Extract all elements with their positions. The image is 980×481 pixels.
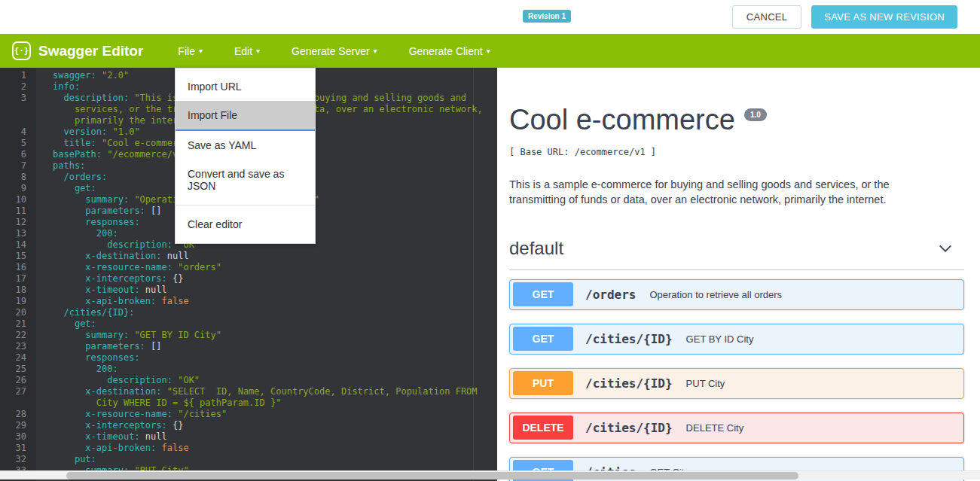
code-line[interactable]: put: (53, 454, 497, 465)
code-token (140, 285, 145, 295)
menu-file[interactable]: File▾ (178, 45, 203, 57)
code-line[interactable]: x-timeout: null (53, 431, 497, 443)
code-token: "/cities" (178, 409, 227, 419)
menu-divider (176, 205, 315, 205)
code-token: description: (107, 239, 172, 250)
print-margin-line (473, 68, 474, 481)
code-token: responses: (85, 217, 139, 227)
code-line[interactable]: x-timeout: null (53, 285, 497, 296)
code-token (53, 397, 96, 408)
file-menu-item-clear-editor[interactable]: Clear editor (176, 210, 315, 239)
code-line[interactable]: get: (53, 318, 497, 330)
code-line[interactable]: City WHERE ID = ${ pathParam.ID }" (53, 397, 497, 409)
topbar: Revision 1 CANCEL SAVE AS NEW REVISION (0, 0, 980, 34)
save-as-new-revision-button[interactable]: SAVE AS NEW REVISION (811, 5, 957, 29)
code-token: [] (145, 341, 162, 352)
op-path: /cities/{ID} (585, 421, 673, 435)
code-line[interactable]: responses: (53, 352, 497, 364)
code-token (53, 104, 75, 114)
code-line[interactable]: x-resource-name: "orders" (53, 262, 497, 273)
line-number: 13 (0, 228, 26, 239)
line-number: 10 (0, 194, 26, 205)
topbar-actions: CANCEL SAVE AS NEW REVISION (732, 5, 957, 29)
horizontal-scrollbar-thumb[interactable] (66, 472, 798, 479)
api-docs-pane: Cool e-commerce1.0 [ Base URL: /ecommerc… (497, 68, 980, 481)
line-number: 15 (0, 251, 26, 262)
line-number: 29 (0, 420, 26, 431)
code-line[interactable]: description: "OK" (53, 375, 497, 386)
code-token: responses: (85, 352, 139, 363)
file-menu-item-import-url[interactable]: Import URL (176, 72, 315, 101)
code-token: parameters: (85, 341, 145, 352)
code-token: paths: (53, 160, 85, 171)
code-token (162, 251, 167, 261)
op-path: /cities/{ID} (585, 376, 673, 391)
op-summary: DELETE City (686, 422, 744, 434)
code-token: [] (145, 205, 162, 216)
code-token (53, 307, 63, 318)
code-line[interactable]: x-resource-name: "/cities" (53, 409, 497, 420)
code-token: get: (75, 318, 96, 329)
header-menus: File▾Edit▾Generate Server▾Generate Clien… (178, 45, 490, 57)
cancel-button[interactable]: CANCEL (732, 5, 802, 29)
code-line[interactable]: 200: (53, 364, 497, 375)
op-path: /orders (585, 288, 636, 302)
editor-gutter: 1234567891011121314151617181920212223242… (0, 68, 36, 481)
base-url: [ Base URL: /ecommerce/v1 ] (509, 147, 964, 157)
code-token (53, 341, 85, 352)
line-number: 21 (0, 318, 26, 330)
file-menu-item-import-file[interactable]: Import File (176, 101, 315, 129)
menu-generate-server[interactable]: Generate Server▾ (292, 45, 377, 57)
code-line[interactable]: x-api-broken: false (53, 296, 497, 307)
code-token: summary: (85, 194, 129, 205)
method-badge: DELETE (513, 416, 573, 440)
code-token (156, 443, 161, 453)
opblock-delete-cities-id[interactable]: DELETE/cities/{ID}DELETE City (509, 413, 964, 443)
caret-down-icon: ▾ (256, 47, 260, 55)
code-token (53, 296, 85, 306)
version-badge: 1.0 (744, 108, 767, 121)
code-line[interactable]: x-destination: "SELECT ID, Name, Country… (53, 386, 497, 397)
code-line[interactable]: x-interceptors: {} (53, 420, 497, 431)
chevron-down-icon[interactable] (937, 240, 954, 257)
code-token (53, 93, 63, 103)
operations-list: GET/ordersOperation to retrieve all orde… (509, 279, 964, 481)
code-line[interactable]: summary: "GET BY ID City" (53, 330, 497, 341)
revision-badge: Revision 1 (523, 10, 571, 23)
code-line[interactable]: x-interceptors: {} (53, 273, 497, 285)
code-token: get: (75, 183, 96, 193)
line-number: 24 (0, 352, 26, 364)
line-number: 32 (0, 454, 26, 465)
line-number: 17 (0, 273, 26, 285)
code-token: false (162, 296, 189, 306)
code-token: version: (63, 126, 107, 137)
code-line[interactable]: x-destination: null (53, 251, 497, 262)
section-header-default[interactable]: default (509, 238, 964, 270)
line-number: 1 (0, 70, 26, 81)
file-menu-item-save-as-yaml[interactable]: Save as YAML (176, 131, 315, 160)
opblock-get-orders[interactable]: GET/ordersOperation to retrieve all orde… (509, 279, 964, 310)
code-line[interactable]: x-api-broken: false (53, 443, 497, 454)
opblock-put-cities-id[interactable]: PUT/cities/{ID}PUT City (509, 368, 964, 399)
op-summary: GET BY ID City (686, 333, 754, 345)
code-token: false (162, 443, 189, 453)
code-token: City WHERE ID = ${ pathParam.ID }" (96, 397, 282, 408)
code-token (53, 364, 96, 374)
opblock-get-cities-id[interactable]: GET/cities/{ID}GET BY ID City (509, 324, 964, 355)
code-token (53, 420, 85, 431)
code-token (53, 194, 85, 205)
code-token (53, 205, 85, 216)
code-token (53, 431, 85, 442)
code-token: info: (53, 81, 80, 92)
code-line[interactable]: /cities/{ID}: (53, 307, 497, 318)
line-number: 20 (0, 307, 26, 318)
api-title-text: Cool e-commerce (509, 104, 735, 135)
menu-edit[interactable]: Edit▾ (234, 45, 260, 57)
code-token: /cities/{ID}: (63, 307, 134, 318)
app-title: Swagger Editor (38, 43, 143, 59)
menu-generate-client[interactable]: Generate Client▾ (409, 45, 490, 57)
file-menu-item-convert-and-save-as-json[interactable]: Convert and save as JSON (176, 160, 315, 200)
code-token: parameters: (85, 205, 145, 216)
code-line[interactable]: parameters: [] (53, 341, 497, 352)
horizontal-scrollbar[interactable] (0, 470, 980, 479)
